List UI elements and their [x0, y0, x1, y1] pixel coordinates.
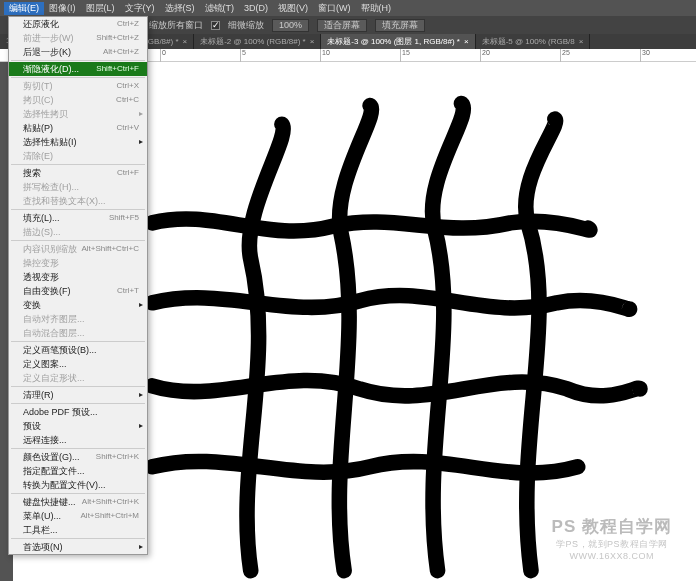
- ruler-mark: 10: [320, 49, 330, 62]
- menu-0[interactable]: 编辑(E): [4, 2, 44, 15]
- watermark-sub: 学PS，就到PS教程自学网: [552, 538, 672, 551]
- menu-5[interactable]: 滤镜(T): [200, 2, 240, 15]
- menu-item: 描边(S)...: [9, 225, 147, 239]
- edit-menu-dropdown: 还原液化Ctrl+Z前进一步(W)Shift+Ctrl+Z后退一步(K)Alt+…: [8, 16, 148, 555]
- zoom-100-button[interactable]: 100%: [272, 19, 309, 32]
- fill-screen-button[interactable]: 填充屏幕: [375, 19, 425, 32]
- menu-item: 查找和替换文本(X)...: [9, 194, 147, 208]
- close-icon[interactable]: ×: [310, 37, 315, 46]
- menu-item: 拷贝(C)Ctrl+C: [9, 93, 147, 107]
- menu-1[interactable]: 图像(I): [44, 2, 81, 15]
- ruler-mark: 5: [240, 49, 246, 62]
- menu-item[interactable]: 渐隐液化(D)...Shift+Ctrl+F: [9, 62, 147, 76]
- menu-9[interactable]: 帮助(H): [356, 2, 397, 15]
- menu-item[interactable]: 透视变形: [9, 270, 147, 284]
- menu-item: 自动混合图层...: [9, 326, 147, 340]
- ruler-mark: 30: [640, 49, 650, 62]
- menu-item[interactable]: 预设: [9, 419, 147, 433]
- watermark-title: PS 教程自学网: [552, 515, 672, 538]
- menu-item[interactable]: 指定配置文件...: [9, 464, 147, 478]
- menu-item: 选择性拷贝: [9, 107, 147, 121]
- menu-3[interactable]: 文字(Y): [120, 2, 160, 15]
- document-tab[interactable]: 未标题-5 @ 100% (RGB/8×: [476, 34, 591, 49]
- watermark: PS 教程自学网 学PS，就到PS教程自学网 WWW.16XX8.COM: [552, 515, 672, 561]
- menu-7[interactable]: 视图(V): [273, 2, 313, 15]
- menu-item: 自动对齐图层...: [9, 312, 147, 326]
- menu-item: 内容识别缩放Alt+Shift+Ctrl+C: [9, 242, 147, 256]
- menu-item[interactable]: 后退一步(K)Alt+Ctrl+Z: [9, 45, 147, 59]
- menu-8[interactable]: 窗口(W): [313, 2, 356, 15]
- drawing-content: [148, 62, 696, 581]
- menu-4[interactable]: 选择(S): [160, 2, 200, 15]
- menu-item[interactable]: 搜索Ctrl+F: [9, 166, 147, 180]
- menu-bar: 编辑(E)图像(I)图层(L)文字(Y)选择(S)滤镜(T)3D(D)视图(V)…: [0, 0, 696, 16]
- menu-item[interactable]: 远程连接...: [9, 433, 147, 447]
- ruler-mark: 20: [480, 49, 490, 62]
- menu-2[interactable]: 图层(L): [81, 2, 120, 15]
- menu-item[interactable]: 菜单(U)...Alt+Shift+Ctrl+M: [9, 509, 147, 523]
- menu-item[interactable]: 变换: [9, 298, 147, 312]
- menu-item: 定义自定形状...: [9, 371, 147, 385]
- menu-item[interactable]: 填充(L)...Shift+F5: [9, 211, 147, 225]
- menu-item: 前进一步(W)Shift+Ctrl+Z: [9, 31, 147, 45]
- opt-scrubby-zoom: 细微缩放: [228, 19, 264, 32]
- menu-item[interactable]: 粘贴(P)Ctrl+V: [9, 121, 147, 135]
- menu-item: 操控变形: [9, 256, 147, 270]
- menu-item[interactable]: 自由变换(F)Ctrl+T: [9, 284, 147, 298]
- menu-item: 清除(E): [9, 149, 147, 163]
- menu-item[interactable]: 颜色设置(G)...Shift+Ctrl+K: [9, 450, 147, 464]
- menu-item[interactable]: Adobe PDF 预设...: [9, 405, 147, 419]
- ruler-mark: 25: [560, 49, 570, 62]
- opt-zoom-all: 缩放所有窗口: [149, 19, 203, 32]
- menu-item[interactable]: 还原液化Ctrl+Z: [9, 17, 147, 31]
- menu-item[interactable]: 定义图案...: [9, 357, 147, 371]
- menu-item[interactable]: 工具栏...: [9, 523, 147, 537]
- menu-item[interactable]: 选择性粘贴(I): [9, 135, 147, 149]
- fit-screen-button[interactable]: 适合屏幕: [317, 19, 367, 32]
- document-tab[interactable]: 未标题-3 @ 100% (图层 1, RGB/8#) *×: [321, 34, 475, 49]
- close-icon[interactable]: ×: [464, 37, 469, 46]
- menu-item: 拼写检查(H)...: [9, 180, 147, 194]
- ruler-mark: 0: [160, 49, 166, 62]
- ruler-mark: 15: [400, 49, 410, 62]
- canvas-area[interactable]: [148, 62, 696, 581]
- menu-6[interactable]: 3D(D): [239, 3, 273, 13]
- menu-item[interactable]: 清理(R): [9, 388, 147, 402]
- checkbox-scrubby-zoom[interactable]: [211, 21, 220, 30]
- menu-item[interactable]: 定义画笔预设(B)...: [9, 343, 147, 357]
- close-icon[interactable]: ×: [183, 37, 188, 46]
- menu-item[interactable]: 首选项(N): [9, 540, 147, 554]
- watermark-url: WWW.16XX8.COM: [552, 551, 672, 561]
- close-icon[interactable]: ×: [579, 37, 584, 46]
- menu-item: 剪切(T)Ctrl+X: [9, 79, 147, 93]
- document-tab[interactable]: 未标题-2 @ 100% (RGB/8#) *×: [194, 34, 321, 49]
- menu-item[interactable]: 转换为配置文件(V)...: [9, 478, 147, 492]
- menu-item[interactable]: 键盘快捷键...Alt+Shift+Ctrl+K: [9, 495, 147, 509]
